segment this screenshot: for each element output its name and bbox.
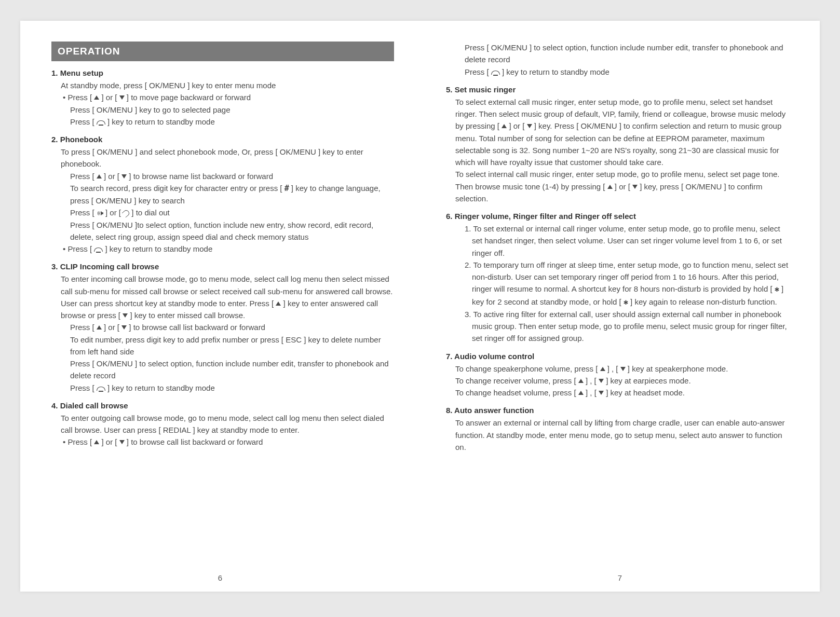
page-number-right: 7	[420, 573, 820, 582]
hangup-icon	[491, 71, 500, 75]
down-arrow-icon	[121, 174, 127, 179]
sec1-line2: Press [ OK/MENU ] key to go to selected …	[70, 104, 394, 116]
sec3-l1: Press [ ] or [ ] to browse call list bac…	[70, 321, 394, 333]
sec3-title: 3. CLIP Incoming call browse	[51, 262, 394, 271]
page-spread: OPERATION 1. Menu setup At standby mode,…	[20, 21, 820, 592]
up-arrow-icon	[578, 379, 584, 383]
down-arrow-icon	[599, 391, 604, 395]
hangup-icon	[94, 248, 103, 252]
page-right: Press [ OK/MENU ] to select option, func…	[420, 21, 820, 592]
up-arrow-icon	[97, 174, 102, 179]
sec1-intro: At standby mode, press [ OK/MENU ] key t…	[61, 79, 394, 91]
down-arrow-icon	[123, 313, 128, 318]
down-arrow-icon	[119, 95, 125, 100]
up-arrow-icon	[94, 440, 99, 444]
sec2-title: 2. Phonebook	[51, 135, 394, 144]
up-arrow-icon	[600, 367, 605, 371]
star-key-icon: ✱	[775, 284, 779, 294]
up-arrow-icon	[97, 325, 102, 330]
sec7-title: 7. Audio volume control	[446, 352, 789, 361]
sec4-bullet: Press [ ] or [ ] to browse call list bac…	[70, 436, 394, 448]
star-key-icon: ✱	[624, 297, 628, 307]
sec2-l2: To search record, press digit key for ch…	[70, 182, 394, 207]
sec2-bullet: Press [ ] key to return to standby mode	[70, 243, 394, 255]
page-left: OPERATION 1. Menu setup At standby mode,…	[20, 21, 420, 592]
down-arrow-icon	[527, 124, 532, 128]
up-arrow-icon	[276, 301, 281, 306]
sec6-i2: 2. To temporary turn off ringer at sleep…	[465, 259, 789, 308]
section-header: OPERATION	[51, 42, 394, 61]
hangup-icon	[97, 120, 105, 125]
down-arrow-icon	[121, 325, 127, 330]
down-arrow-icon	[119, 440, 125, 444]
sec8-title: 8. Auto answer function	[446, 406, 789, 415]
cont-l2: Press [ ] key to return to standby mode	[465, 66, 789, 78]
sec6-title: 6. Ringer volume, Ringer filter and Ring…	[446, 212, 789, 221]
hangup-icon	[97, 387, 105, 391]
sec5-p1: To select external call music ringer, en…	[455, 96, 789, 169]
down-arrow-icon	[620, 367, 626, 371]
sec8-body: To answer an external or internal call b…	[455, 417, 789, 453]
sec2-body: To press [ OK/MENU ] and select phoneboo…	[61, 146, 394, 255]
page-number-left: 6	[20, 573, 420, 582]
sec4-continued: Press [ OK/MENU ] to select option, func…	[465, 42, 789, 78]
sec4-title: 4. Dialed call browse	[51, 401, 394, 410]
sec3-intro: To enter incoming call browse mode, go t…	[61, 273, 394, 321]
sec3-body: To enter incoming call browse mode, go t…	[61, 273, 394, 394]
sec2-l4: Press [ OK/MENU ]to select option, funct…	[70, 219, 394, 243]
sec5-body: To select external call music ringer, en…	[455, 96, 789, 204]
sec3-l3: Press [ OK/MENU ] to select option, func…	[70, 358, 394, 382]
sec4-intro: To enter outgoing call browse mode, go t…	[61, 412, 394, 436]
up-arrow-icon	[94, 95, 99, 100]
speaker-icon: 🕪	[97, 208, 103, 218]
up-arrow-icon	[607, 185, 613, 189]
cont-l1: Press [ OK/MENU ] to select option, func…	[465, 42, 789, 66]
sec1-line3: Press [ ] key to return to standby mode	[70, 116, 394, 128]
sec3-l2: To edit number, press digit key to add p…	[70, 334, 394, 358]
sec7-body: To change speakerphone volume, press [ ]…	[455, 363, 789, 399]
sec2-l3: Press [ 🕪 ] or [ ] to dial out	[70, 207, 394, 218]
sec1-body: At standby mode, press [ OK/MENU ] key t…	[61, 79, 394, 128]
sec6-i3: 3. To active ring filter for external ca…	[465, 308, 789, 345]
sec7-l1: To change speakerphone volume, press [ ]…	[455, 363, 789, 375]
sec6-body: 1. To set external or internal call ring…	[455, 223, 789, 345]
sec3-l4: Press [ ] key to return to standby mode	[70, 382, 394, 394]
sec8-p: To answer an external or internal call b…	[455, 417, 789, 453]
down-arrow-icon	[632, 185, 638, 189]
sec7-l2: To change receiver volume, press [ ] , […	[455, 375, 789, 387]
sec6-i1: 1. To set external or internal call ring…	[465, 223, 789, 259]
up-arrow-icon	[578, 391, 584, 395]
sec5-p2: To select internal call music ringer, en…	[455, 168, 789, 204]
down-arrow-icon	[599, 379, 604, 383]
up-arrow-icon	[502, 124, 507, 128]
sec1-title: 1. Menu setup	[51, 68, 394, 77]
sec4-body: To enter outgoing call browse mode, go t…	[61, 412, 394, 448]
sec2-intro: To press [ OK/MENU ] and select phoneboo…	[61, 146, 394, 170]
sec5-title: 5. Set music ringer	[446, 85, 789, 94]
sec2-l1: Press [ ] or [ ] to browse name list bac…	[70, 170, 394, 182]
hash-key-icon: #	[284, 184, 289, 193]
sec7-l3: To change headset volume, press [ ] , [ …	[455, 387, 789, 399]
sec1-bullet1: Press [ ] or [ ] to move page backward o…	[70, 91, 394, 103]
